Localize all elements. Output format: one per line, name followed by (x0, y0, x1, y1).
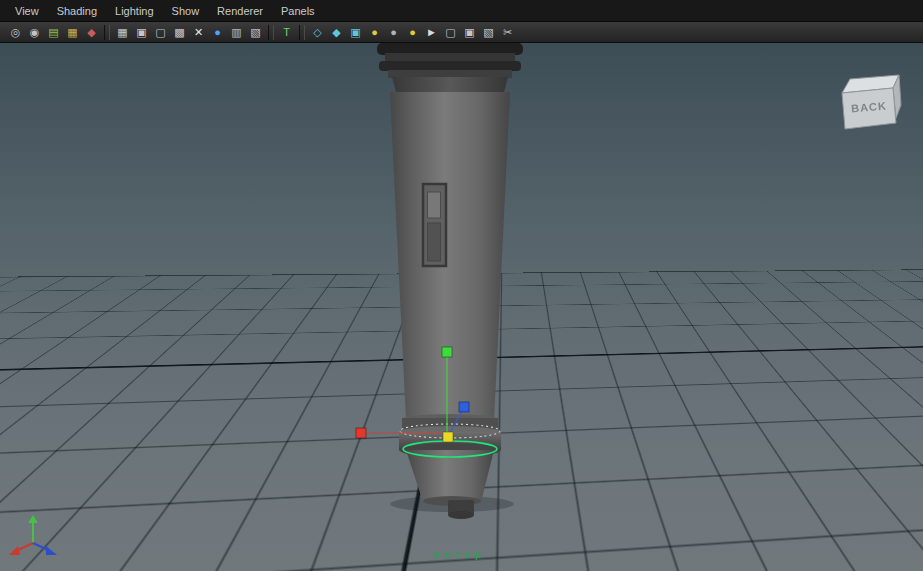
base-nub-bottom (448, 511, 474, 519)
menu-shading[interactable]: Shading (48, 0, 106, 22)
toolbar-separator (299, 25, 305, 40)
xray-icon[interactable]: ▢ (442, 24, 459, 41)
manip-x-handle[interactable] (356, 428, 366, 438)
resolution-gate-icon[interactable]: ▢ (152, 24, 169, 41)
highlight-selection-icon[interactable]: ▧ (247, 24, 264, 41)
toolbar-separator (104, 25, 110, 40)
gizmo-z-arrowhead (46, 546, 57, 555)
gizmo-x-arrowhead (9, 546, 20, 555)
textured-display-icon[interactable]: ▣ (347, 24, 364, 41)
grid-toggle-icon[interactable]: ▦ (114, 24, 131, 41)
all-lights-icon[interactable]: ● (366, 24, 383, 41)
field-chart-icon[interactable]: ✕ (190, 24, 207, 41)
toolbar: ◎◉▤▦◆▦▣▢▩✕●▥▧T◇◆▣●●●►▢▣▧✂ (0, 22, 923, 43)
gate-mask-icon[interactable]: ▩ (171, 24, 188, 41)
select-camera-icon[interactable]: ◎ (7, 24, 24, 41)
maya-viewport-panel: View Shading Lighting Show Renderer Pane… (0, 0, 923, 571)
menu-show[interactable]: Show (163, 0, 209, 22)
grease-pencil-icon[interactable]: ◆ (83, 24, 100, 41)
toolbar-separator (268, 25, 274, 40)
backface-culling-icon[interactable]: ▣ (461, 24, 478, 41)
back-view-cube[interactable]: BACK (842, 75, 901, 129)
wireframe-display-icon[interactable]: ◇ (309, 24, 326, 41)
column-door (423, 184, 446, 266)
perspective-viewport[interactable]: BACK persp (0, 43, 923, 571)
column-top-ring-3 (379, 61, 521, 71)
no-lights-icon[interactable]: ● (404, 24, 421, 41)
menu-view[interactable]: View (6, 0, 48, 22)
column-top-ring-2 (385, 53, 515, 62)
scene-layer: BACK (0, 43, 923, 571)
column-top-ring-4 (388, 70, 512, 78)
safe-action-icon[interactable]: ● (209, 24, 226, 41)
menu-renderer[interactable]: Renderer (208, 0, 272, 22)
manip-y-handle[interactable] (442, 347, 452, 357)
texture-borders-icon[interactable]: T (278, 24, 295, 41)
wireframe-on-shaded-icon[interactable]: ▧ (480, 24, 497, 41)
column-model[interactable] (377, 43, 523, 519)
isolate-select-icon[interactable]: ► (423, 24, 440, 41)
plugin-objects-icon[interactable]: ✂ (499, 24, 516, 41)
shaded-display-icon[interactable]: ◆ (328, 24, 345, 41)
menu-lighting[interactable]: Lighting (106, 0, 163, 22)
manip-z-handle[interactable] (459, 402, 469, 412)
panel-menubar: View Shading Lighting Show Renderer Pane… (0, 0, 923, 22)
column-shaft (390, 92, 510, 420)
safe-title-icon[interactable]: ▥ (228, 24, 245, 41)
menu-panels[interactable]: Panels (272, 0, 324, 22)
image-plane-icon[interactable]: ▦ (64, 24, 81, 41)
default-light-icon[interactable]: ● (385, 24, 402, 41)
axis-gizmo (9, 515, 57, 555)
gizmo-y-arrowhead (28, 515, 38, 523)
camera-attributes-icon[interactable]: ◉ (26, 24, 43, 41)
bookmarks-icon[interactable]: ▤ (45, 24, 62, 41)
camera-name-label: persp (395, 549, 525, 560)
film-gate-icon[interactable]: ▣ (133, 24, 150, 41)
column-neck (392, 77, 508, 92)
manip-center-handle[interactable] (443, 432, 453, 442)
